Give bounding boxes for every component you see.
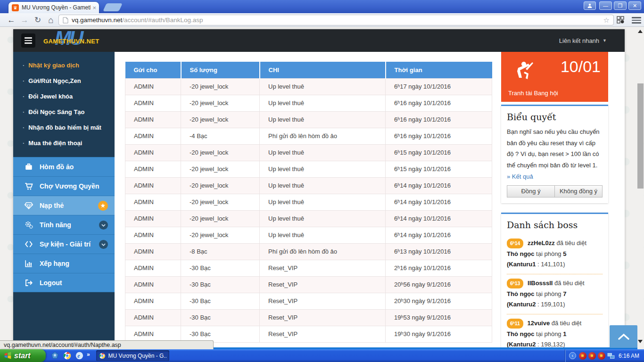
task-button[interactable]: MU Vương Quyền - G...	[96, 350, 169, 361]
tray-app-icon[interactable]	[588, 352, 596, 360]
chrome-icon[interactable]	[63, 352, 71, 360]
start-button[interactable]: start	[0, 349, 46, 362]
table-cell: -20 jewel_lock	[181, 210, 260, 227]
close-button[interactable]: ✕	[628, 1, 641, 10]
restore-button[interactable]: ❐	[614, 1, 627, 10]
home-button[interactable]: ⌂	[45, 15, 57, 25]
event-date: 10/01	[561, 58, 601, 76]
poll-widget: Biểu quyết Bạn nghĩ sao nếu yêu cầu chuy…	[501, 105, 608, 203]
menu-item-features[interactable]: Tính năng	[13, 215, 115, 234]
player-name: IIBosssII	[528, 280, 553, 287]
menu-item-label: Logout	[40, 279, 62, 287]
quick-links-dropdown[interactable]: Liên kết nhanh ▼	[559, 29, 607, 52]
table-row: ADMIN-20 jewel_lockUp level thuê6ʰ14 ngà…	[125, 177, 492, 194]
logout-icon	[23, 279, 35, 287]
sidebar-item-creation-jewel[interactable]: Đổi Ngọc Sáng Tạo	[13, 104, 115, 120]
menu-item-market[interactable]: Chợ Vương Quyền	[13, 176, 115, 196]
browser-tab[interactable]: ♛ MU Vương Quyền - Gamethuv ×	[8, 2, 99, 13]
sidebar-item-send-withdraw[interactable]: Gửi/Rút Ngọc,Zen	[13, 73, 115, 89]
table-cell: 6ʰ16 ngày 10/1/2016	[386, 111, 492, 128]
tray-app-icon[interactable]	[598, 352, 605, 360]
url-text[interactable]: vq.gamethuvn.net/account/#auth/BankLog.a…	[72, 16, 603, 24]
profile-button[interactable]	[584, 1, 596, 10]
scroll-to-top-button[interactable]	[610, 325, 637, 348]
boss-name: Thỏ ngọc	[507, 290, 535, 297]
table-cell: 6ʰ15 ngày 10/1/2016	[386, 144, 492, 161]
browser-titlebar: ♛ MU Vương Quyền - Gamethuv × — ❐ ✕	[0, 0, 644, 13]
chevron-down-icon	[99, 221, 108, 230]
table-cell: ADMIN	[125, 210, 181, 227]
table-cell: 6ʰ16 ngày 10/1/2016	[386, 128, 492, 144]
table-cell: Up level thuê	[260, 144, 386, 161]
scrollbar-up-arrow-icon[interactable]	[638, 30, 643, 33]
sidebar-item-insurance[interactable]: Nhận đồ bảo hiểm bị mất	[13, 120, 115, 135]
gem-icon	[23, 201, 35, 210]
windows-logo-icon	[4, 352, 12, 360]
room-number: 7	[563, 290, 566, 297]
table-cell: Reset_VIP	[260, 260, 386, 276]
browser-menu-icon[interactable]	[632, 17, 641, 25]
chevron-up-icon	[618, 333, 629, 340]
scrollbar-down-arrow-icon[interactable]	[638, 340, 643, 343]
poll-result-link[interactable]: » Kết quả	[507, 173, 533, 180]
menu-item-virtual-chest[interactable]: Hòm đồ ảo	[13, 157, 115, 176]
menu-item-rankings[interactable]: Xếp hạng	[13, 254, 115, 273]
table-cell: -30 Bạc	[181, 293, 260, 309]
table-cell: -20 jewel_lock	[181, 177, 260, 194]
tab-close-icon[interactable]: ×	[92, 4, 96, 11]
table-cell: -20 jewel_lock	[181, 144, 260, 161]
reload-button[interactable]: ↻	[32, 15, 43, 25]
menu-item-logout[interactable]: Logout	[13, 273, 115, 292]
table-cell: 6ʰ13 ngày 10/1/2016	[386, 243, 492, 260]
table-cell: 19ʰ53 ngày 9/1/2016	[386, 309, 492, 326]
table-cell: Phí gửi đồ lên hòm đồ ảo	[260, 128, 386, 144]
start-label: start	[14, 352, 31, 360]
agree-button[interactable]: Đồng ý	[507, 185, 555, 197]
minimize-button[interactable]: —	[599, 1, 612, 10]
scrollbar-thumb[interactable]	[637, 83, 644, 189]
address-bar[interactable]: vq.gamethuvn.net/account/#auth/BankLog.a…	[58, 15, 614, 25]
event-banner[interactable]: 10/01 Tranh tài Bang hội	[501, 52, 608, 102]
table-cell: Up level thuê	[260, 177, 386, 194]
disagree-button[interactable]: Không đồng ý	[554, 185, 603, 197]
table-cell: 19ʰ30 ngày 9/1/2016	[386, 326, 492, 342]
back-button[interactable]: ←	[6, 15, 17, 25]
warrior-icon	[512, 58, 536, 83]
table-cell: -4 Bạc	[181, 128, 260, 144]
internet-explorer-icon[interactable]: e	[75, 352, 83, 360]
bookmark-star-icon[interactable]: ☆	[603, 16, 610, 25]
boss-widget: Danh sách boss 6ʰ14 zzHeL0zz đã tiêu diệ…	[501, 213, 608, 349]
location-name: (Kanturu2	[507, 341, 536, 348]
column-header: Thời gian	[386, 62, 492, 78]
qr-extension-icon[interactable]	[617, 16, 624, 24]
column-header: Số lượng	[181, 62, 260, 78]
table-cell: ADMIN	[125, 326, 181, 342]
table-cell: -30 Bạc	[181, 276, 260, 293]
site-logo[interactable]: MU GAMETHUVN.NET	[42, 31, 118, 50]
sidebar-item-jewel-exchange[interactable]: Đổi Jewel khóa	[13, 89, 115, 104]
hamburger-menu-icon[interactable]	[21, 33, 35, 48]
table-cell: Reset_VIP	[260, 309, 386, 326]
quicklaunch-app-icon[interactable]	[51, 352, 59, 360]
menu-item-events[interactable]: Sự kiện - Giải trí	[13, 234, 115, 254]
forward-button[interactable]: →	[19, 15, 30, 25]
quicklaunch-overflow-chevron[interactable]: »	[87, 351, 90, 358]
table-cell: 20ʰ30 ngày 9/1/2016	[386, 293, 492, 309]
table-cell: -20 jewel_lock	[181, 161, 260, 177]
column-header: CHI	[260, 62, 386, 78]
network-icon[interactable]	[607, 353, 615, 359]
table-cell: Up level thuê	[260, 95, 386, 111]
new-tab-button[interactable]	[103, 3, 123, 11]
sidebar-item-transaction-log[interactable]: Nhật ký giao dịch	[13, 58, 115, 73]
table-row: ADMIN-30 BạcReset_VIP2ʰ16 ngày 10/1/2016	[125, 260, 492, 276]
table-cell: Reset_VIP	[260, 326, 386, 342]
sidebar-item-phone-card[interactable]: Mua thẻ điện thoại	[13, 135, 115, 151]
menu-item-top-up[interactable]: Nạp thẻ ★	[13, 196, 115, 215]
tray-app-icon[interactable]	[579, 352, 586, 360]
tray-collapse-chevron-icon[interactable]: ‹	[569, 352, 576, 359]
table-cell: Phí gửi đồ lên hòm đồ ảo	[260, 243, 386, 260]
table-cell: ADMIN	[125, 243, 181, 260]
person-icon	[587, 3, 593, 8]
table-cell: ADMIN	[125, 111, 181, 128]
table-cell: -20 jewel_lock	[181, 78, 260, 95]
